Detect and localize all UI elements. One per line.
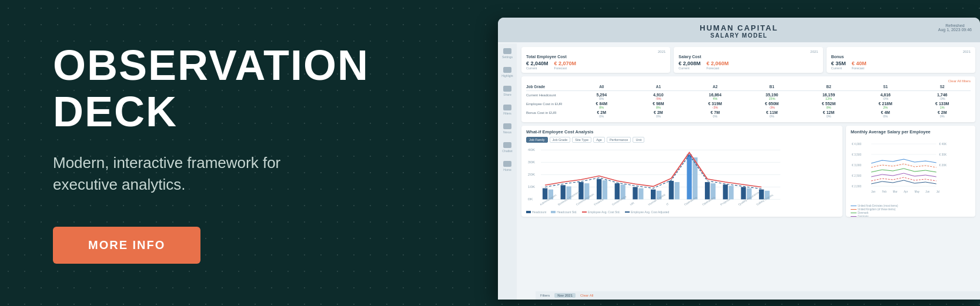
kpi-salary-cost: Salary Cost 2021 € 2,008M Current € 2,06… (674, 47, 822, 73)
filter-nov-2021[interactable]: Nov 2021 (554, 293, 576, 298)
table-row-headcount: Current Headcount 5,294 0% 4,910 -5% 16,… (526, 93, 971, 100)
svg-rect-14 (615, 183, 620, 199)
chart1-buttons: Job Family Job Grade Site Type Age Perfo… (526, 137, 838, 143)
svg-rect-17 (669, 181, 674, 200)
svg-text:0K: 0K (528, 197, 534, 201)
clear-all-filters[interactable]: Clear All filters (948, 79, 971, 83)
monthly-salary-chart: Monthly Average Salary per Employee € 4,… (846, 126, 975, 217)
svg-text:30K: 30K (528, 160, 536, 164)
dashboard-main: Total Employee Cost 2021 € 2,040M Curren… (517, 43, 980, 300)
charts-row: What-if Employee Cost Analysis Job Famil… (521, 126, 975, 217)
dashboard-container: HUMAN CAPITAL SALARY MODEL Refreshed Aug… (498, 18, 980, 300)
kpi-title-2: Salary Cost (678, 55, 701, 59)
table-row-employee-cost: Employee Cost in EUR € 84M 8% € 98M 8% €… (526, 102, 971, 109)
svg-text:Jun: Jun (925, 190, 930, 193)
svg-text:Feb: Feb (882, 190, 887, 193)
line-chart-svg: € 4,000 € 3,500 € 3,000 € 2,500 € 2,000 … (851, 137, 971, 201)
svg-text:€ 3,000: € 3,000 (852, 164, 861, 167)
svg-text:€ 30K: € 30K (939, 153, 947, 156)
svg-rect-16 (651, 190, 655, 200)
kpi-values-3: € 35M Current € 40M Forecast (831, 60, 971, 70)
svg-rect-15 (633, 187, 637, 199)
kpi-title-3: Bonus (831, 55, 844, 59)
clear-all-btn[interactable]: Clear All (580, 294, 593, 297)
sidebar-chatbot[interactable]: Chatbot (502, 142, 513, 153)
svg-text:€ 2,000: € 2,000 (852, 185, 861, 188)
what-if-chart: What-if Employee Cost Analysis Job Famil… (521, 126, 842, 217)
sidebar-settings[interactable]: Settings (502, 48, 513, 59)
kpi-values-1: € 2,040M Current € 2,070M Forecast (526, 60, 665, 70)
dashboard-sidebar: Settings Highlight Share Filters Nexus (498, 43, 517, 300)
svg-rect-12 (578, 182, 583, 199)
svg-text:€ 20K: € 20K (939, 164, 947, 167)
subheadline: Modern, interactive framework for execut… (53, 152, 482, 196)
svg-rect-26 (603, 180, 607, 200)
left-content: OBSERVATION DECK Modern, interactive fra… (0, 42, 482, 264)
svg-rect-20 (723, 184, 728, 199)
svg-text:€ 4,000: € 4,000 (852, 143, 861, 146)
sidebar-share[interactable]: Share (502, 86, 513, 96)
svg-rect-18 (687, 154, 691, 200)
svg-rect-21 (741, 187, 745, 199)
banner: OBSERVATION DECK Modern, interactive fra… (0, 0, 980, 306)
svg-text:Mar: Mar (893, 190, 898, 193)
svg-text:€ 2,500: € 2,500 (852, 174, 861, 177)
chart2-title: Monthly Average Salary per Employee (851, 129, 971, 134)
kpi-total-employee-cost: Total Employee Cost 2021 € 2,040M Curren… (521, 47, 670, 73)
headline: OBSERVATION DECK (53, 42, 482, 135)
kpi-row: Total Employee Cost 2021 € 2,040M Curren… (521, 47, 975, 73)
sidebar-filters[interactable]: Filters (502, 105, 513, 115)
dashboard-header: HUMAN CAPITAL SALARY MODEL Refreshed Aug… (498, 18, 980, 42)
svg-text:HR: HR (630, 201, 636, 206)
svg-text:€ 3,500: € 3,500 (852, 153, 861, 156)
svg-text:40K: 40K (528, 148, 536, 152)
svg-text:IT: IT (665, 203, 670, 206)
btn-site-type[interactable]: Site Type (572, 137, 591, 143)
svg-text:10K: 10K (528, 185, 536, 189)
chart1-title: What-if Employee Cost Analysis (526, 129, 838, 134)
svg-text:May: May (915, 190, 920, 193)
filters-label: Filters (540, 294, 550, 297)
svg-text:20K: 20K (528, 173, 536, 176)
svg-rect-13 (597, 179, 601, 200)
svg-rect-30 (674, 182, 679, 199)
btn-unit[interactable]: Unit (633, 137, 644, 143)
btn-performance[interactable]: Performance (607, 137, 631, 143)
svg-rect-11 (561, 185, 566, 199)
table-row-bonus-cost: Bonus Cost in EUR € 2M 0% € 2M 0% € 7M 0… (526, 110, 971, 118)
bar-chart-svg: 40K 30K 20K 10K 0K (526, 145, 838, 207)
sidebar-highlight[interactable]: Highlight (502, 67, 513, 78)
svg-text:Administration: Administration (539, 194, 557, 206)
kpi-values-2: € 2,008M Current € 2,060M Forecast (678, 60, 818, 70)
kpi-title-1: Total Employee Cost (526, 55, 567, 59)
sidebar-nexus[interactable]: Nexus (502, 123, 513, 134)
dashboard-title-sub: SALARY MODEL (498, 32, 980, 39)
svg-text:Jan: Jan (871, 190, 876, 193)
dashboard-title-main: HUMAN CAPITAL (498, 23, 980, 32)
btn-job-grade[interactable]: Job Grade (550, 137, 571, 143)
kpi-bonus: Bonus 2021 € 35M Current € 40M Forecast (827, 47, 975, 73)
dashboard-refresh: Refreshed Aug 1, 2023 09:46 (938, 23, 972, 32)
svg-rect-33 (729, 186, 734, 199)
svg-rect-10 (543, 189, 547, 200)
svg-text:Jul: Jul (936, 190, 940, 193)
svg-text:Apr: Apr (904, 190, 908, 193)
dashboard-screenshot: HUMAN CAPITAL SALARY MODEL Refreshed Aug… (498, 18, 980, 300)
table-header: Job Grade A0 A1 A2 B1 B2 S1 S2 (526, 85, 971, 91)
sidebar-home[interactable]: Home (502, 161, 513, 172)
btn-age[interactable]: Age (593, 137, 605, 143)
job-grade-table: Clear All filters Job Grade A0 A1 A2 B1 … (521, 76, 975, 122)
filters-bar: Filters Nov 2021 Clear All (536, 291, 980, 300)
svg-text:€ 40K: € 40K (939, 143, 947, 146)
svg-rect-22 (759, 190, 764, 200)
more-info-button[interactable]: MORE INFO (53, 227, 200, 264)
svg-rect-19 (705, 182, 710, 199)
svg-rect-28 (638, 189, 643, 200)
btn-job-family[interactable]: Job Family (526, 137, 548, 143)
